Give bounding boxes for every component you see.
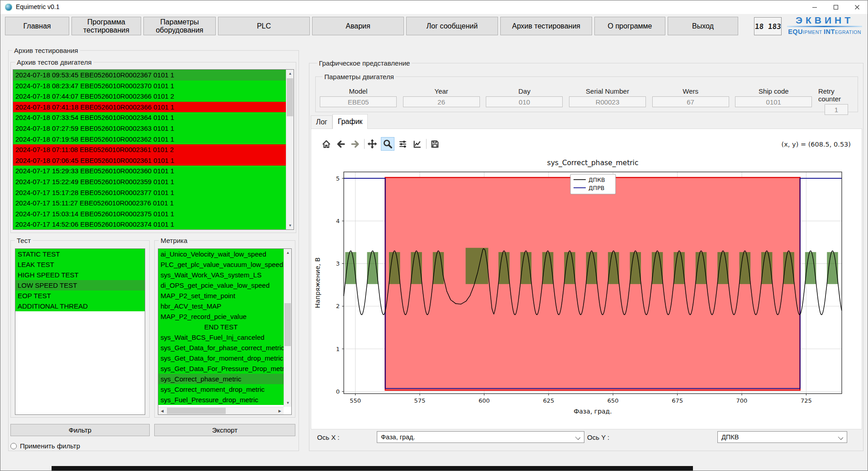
metric-item[interactable]: sys_Wait_BCS_Fuel_Inj_canceled [158, 332, 284, 343]
zoom-tool-active[interactable] [381, 137, 394, 151]
nav-about-button[interactable]: О программе [594, 17, 665, 35]
subplot-settings-icon[interactable] [397, 138, 408, 149]
test-list[interactable]: STATIC TESTLEAK TESTHIGH SPEED TESTLOW S… [15, 248, 145, 415]
metric-item[interactable]: PLC_get_plc_value_vacuum_low_speed [158, 259, 284, 270]
metric-list[interactable]: ai_Unico_Velocity_wait_low_speedPLC_get_… [158, 248, 292, 415]
forward-icon[interactable] [350, 138, 360, 149]
metric-vscrollbar[interactable]: ▲ ▼ [284, 249, 291, 407]
engine-tests-rows: 2024-07-18 09:53:45 EBE0526010R0002367 0… [13, 70, 286, 229]
pan-icon[interactable] [367, 138, 378, 149]
scroll-thumb[interactable] [285, 303, 291, 346]
back-icon[interactable] [335, 138, 346, 149]
nav-alarm-button[interactable]: Авария [312, 17, 404, 35]
engine-test-row[interactable]: 2024-07-18 07:33:54 EBE0526010R0002364 0… [13, 112, 286, 123]
engine-test-row[interactable]: 2024-07-18 07:44:07 EBE0526010R0002366 0… [13, 91, 286, 102]
nav-test-archive-button[interactable]: Архив тестирования [500, 17, 592, 35]
metric-item[interactable]: END TEST [158, 322, 284, 332]
test-item[interactable]: HIGH SPEED TEST [15, 270, 145, 280]
export-button[interactable]: Экспорт [154, 424, 295, 436]
svg-text:625: 625 [543, 397, 554, 404]
param-field-label: Ship code [759, 87, 789, 95]
test-item[interactable]: LEAK TEST [15, 259, 145, 270]
test-rows: STATIC TESTLEAK TESTHIGH SPEED TESTLOW S… [15, 249, 145, 311]
axis-y-value: ДПКВ [721, 433, 739, 441]
test-item[interactable]: ADDITIONAL THREAD [15, 301, 145, 311]
svg-text:2: 2 [336, 303, 340, 309]
metric-item[interactable]: MAP_P2_set_time_point [158, 290, 284, 301]
cursor-coords-readout: (x, y) = (608.5, 0.53) [733, 141, 851, 148]
nav-test-program-button[interactable]: Программа тестирования [71, 17, 141, 35]
param-field-label: Model [349, 87, 368, 95]
svg-text:600: 600 [479, 397, 490, 404]
svg-text:675: 675 [672, 397, 683, 404]
nav-message-log-button[interactable]: Лог сообщений [406, 17, 498, 35]
metric-item[interactable]: sys_Fuel_Pressure_drop_metric [158, 395, 284, 405]
scroll-up-icon[interactable]: ▲ [286, 70, 294, 77]
graph-group-label: Графическое представление [317, 59, 412, 67]
metric-hscrollbar[interactable]: ◀ ▶ [158, 407, 284, 414]
toolbar-separator [426, 139, 427, 149]
metric-item[interactable]: di_OPS_get_pcie_value_low_speed [158, 280, 284, 290]
titlebar: Equimetric v0.1 [0, 0, 868, 14]
param-field-value: EBE05 [320, 96, 397, 107]
tab-graph[interactable]: График [332, 114, 368, 129]
engine-test-row[interactable]: 2024-07-17 15:11:27 EBE0526010R0002376 0… [13, 198, 286, 209]
metric-item[interactable]: sys_Wait_Work_VAS_system_LS [158, 270, 284, 280]
scroll-down-icon[interactable]: ▼ [284, 399, 292, 407]
save-icon[interactable] [429, 138, 440, 149]
scroll-thumb[interactable] [287, 78, 293, 116]
engine-test-row[interactable]: 2024-07-17 15:17:28 EBE0526010R0002377 0… [13, 187, 286, 198]
logo-underline [787, 26, 862, 27]
scroll-right-icon[interactable]: ▶ [276, 407, 284, 415]
scroll-up-icon[interactable]: ▲ [284, 249, 292, 257]
phase-metric-chart[interactable]: 550575600625650675700725012345sys_Correc… [311, 154, 862, 429]
engine-tests-list[interactable]: 2024-07-18 09:53:45 EBE0526010R0002367 0… [13, 69, 294, 230]
metric-item[interactable]: sys_Get_Data_For_Pressure_Drop_metric [158, 363, 284, 374]
filter-button[interactable]: Фильтр [10, 424, 150, 436]
engine-test-row[interactable]: 2024-07-18 07:27:59 EBE0526010R0002363 0… [13, 123, 286, 134]
axis-x-combobox[interactable]: Фаза, град. [377, 431, 584, 443]
nav-equipment-params-button[interactable]: Параметры оборудования [143, 17, 216, 35]
apply-filter-radio[interactable] [10, 443, 17, 449]
metric-item[interactable]: sys_Get_Data_for_phase_correct_metric [158, 343, 284, 353]
metric-item[interactable]: sys_Correct_moment_drop_metric [158, 384, 284, 395]
minimize-button[interactable] [804, 0, 825, 14]
engine-test-row[interactable]: 2024-07-18 07:19:58 EBE0526010R0002362 0… [13, 134, 286, 145]
engine-test-row[interactable]: 2024-07-17 15:29:33 EBE0526010R0002360 0… [13, 166, 286, 176]
nav-plc-button[interactable]: PLC [218, 17, 310, 35]
metric-item[interactable]: MAP_P2_record_pcie_value [158, 311, 284, 322]
close-button[interactable] [846, 0, 868, 14]
svg-text:Фаза, град.: Фаза, град. [574, 408, 612, 415]
test-item[interactable]: STATIC TEST [15, 249, 145, 259]
scroll-thumb[interactable] [167, 408, 226, 414]
nav-main-button[interactable]: Главная [5, 17, 69, 35]
test-item[interactable]: EOP TEST [15, 290, 145, 301]
engine-params-fields: ModelEBE05Year26Day010Serial NumberR0002… [320, 87, 854, 115]
engine-test-row[interactable]: 2024-07-18 09:53:45 EBE0526010R0002367 0… [13, 70, 286, 81]
axes-settings-icon[interactable] [412, 138, 422, 149]
engine-test-row[interactable]: 2024-07-18 07:06:45 EBE0526010R0002361 0… [13, 155, 286, 166]
svg-text:700: 700 [736, 397, 748, 404]
engine-tests-vscrollbar[interactable]: ▲ ▼ [286, 70, 294, 229]
metric-item[interactable]: sys_Correct_phase_metric [158, 374, 284, 384]
nav-exit-button[interactable]: Выход [668, 17, 738, 35]
logo-subtitle: EQUIPMENT INTEGRATION [786, 28, 863, 35]
engine-test-row[interactable]: 2024-07-18 07:41:18 EBE0526010R0002366 0… [13, 102, 286, 113]
test-item[interactable]: LOW SPEED TEST [15, 280, 145, 290]
param-field: Day010 [486, 87, 563, 115]
metric-item[interactable]: hbr_ACV_test_MAP [158, 301, 284, 311]
engine-test-row[interactable]: 2024-07-17 14:52:06 EBE0526010R0002374 0… [13, 219, 286, 229]
scroll-left-icon[interactable]: ◀ [158, 407, 166, 415]
axis-y-combobox[interactable]: ДПКВ [717, 431, 847, 443]
scroll-down-icon[interactable]: ▼ [286, 222, 294, 229]
engine-test-row[interactable]: 2024-07-18 07:11:08 EBE0526010R0002361 0… [13, 144, 286, 155]
metric-item[interactable]: sys_Get_Data_for_moment_drop_metric [158, 353, 284, 363]
home-icon[interactable] [321, 138, 332, 149]
maximize-button[interactable] [825, 0, 846, 14]
metric-item[interactable]: ai_Unico_Velocity_wait_low_speed [158, 249, 284, 259]
tab-log[interactable]: Лог [311, 115, 332, 129]
engine-test-row[interactable]: 2024-07-18 08:23:47 EBE0526010R0002370 0… [13, 81, 286, 91]
engine-test-row[interactable]: 2024-07-17 15:03:14 EBE0526010R0002375 0… [13, 209, 286, 219]
engine-test-row[interactable]: 2024-07-17 15:22:49 EBE0526010R0002359 0… [13, 176, 286, 187]
svg-text:0: 0 [336, 388, 340, 395]
